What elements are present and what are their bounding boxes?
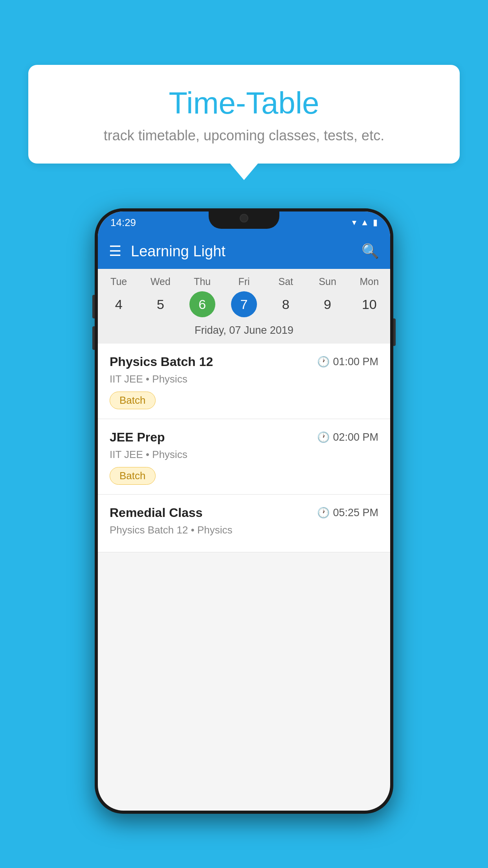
class-item[interactable]: Remedial Class🕐05:25 PMPhysics Batch 12 … (98, 495, 390, 552)
week-days-row: Tue4Wed5Thu6Fri7Sat8Sun9Mon10 (98, 269, 390, 320)
class-time: 🕐01:00 PM (317, 356, 378, 368)
status-icons: ▾ ▲ ▮ (352, 217, 378, 228)
class-name: Remedial Class (110, 506, 203, 520)
bubble-title: Time-Table (52, 86, 436, 120)
vol-down-button (92, 326, 95, 350)
class-item-header: Physics Batch 12🕐01:00 PM (110, 355, 378, 369)
day-number[interactable]: 6 (189, 291, 215, 317)
class-item[interactable]: Physics Batch 12🕐01:00 PMIIT JEE • Physi… (98, 344, 390, 419)
class-time: 🕐05:25 PM (317, 507, 378, 519)
selected-date-label: Friday, 07 June 2019 (98, 320, 390, 344)
signal-icon: ▲ (360, 217, 369, 228)
day-name: Tue (110, 276, 127, 287)
batch-tag: Batch (110, 467, 156, 485)
class-item-header: Remedial Class🕐05:25 PM (110, 506, 378, 520)
day-name: Sun (319, 276, 336, 287)
phone-notch (209, 208, 279, 229)
class-list: Physics Batch 12🕐01:00 PMIIT JEE • Physi… (98, 344, 390, 552)
wifi-icon: ▾ (352, 217, 356, 228)
class-time-value: 01:00 PM (333, 356, 378, 368)
class-meta: IIT JEE • Physics (110, 449, 378, 461)
day-col[interactable]: Tue4 (98, 276, 139, 317)
day-col[interactable]: Mon10 (349, 276, 390, 317)
day-number[interactable]: 9 (315, 291, 341, 317)
vol-up-button (92, 295, 95, 318)
phone-screen: 14:29 ▾ ▲ ▮ ☰ Learning Light 🔍 Tue4Wed5T… (98, 211, 390, 811)
battery-icon: ▮ (373, 217, 378, 228)
day-number[interactable]: 7 (231, 291, 257, 317)
day-number[interactable]: 8 (273, 291, 299, 317)
day-col[interactable]: Wed5 (139, 276, 181, 317)
app-bar: ☰ Learning Light 🔍 (98, 234, 390, 269)
day-name: Wed (150, 276, 171, 287)
speech-bubble-container: Time-Table track timetable, upcoming cla… (28, 65, 460, 164)
calendar-container: Tue4Wed5Thu6Fri7Sat8Sun9Mon10 Friday, 07… (98, 269, 390, 344)
bubble-subtitle: track timetable, upcoming classes, tests… (52, 127, 436, 144)
class-time-value: 05:25 PM (333, 507, 378, 519)
day-name: Sat (279, 276, 294, 287)
class-meta: Physics Batch 12 • Physics (110, 524, 378, 536)
day-name: Mon (360, 276, 379, 287)
class-name: JEE Prep (110, 430, 165, 445)
speech-bubble: Time-Table track timetable, upcoming cla… (28, 65, 460, 164)
day-col[interactable]: Thu6 (182, 276, 223, 317)
clock-icon: 🕐 (317, 356, 330, 368)
phone-wrapper: 14:29 ▾ ▲ ▮ ☰ Learning Light 🔍 Tue4Wed5T… (95, 208, 393, 814)
day-col[interactable]: Sat8 (265, 276, 306, 317)
clock-icon: 🕐 (317, 431, 330, 443)
class-time-value: 02:00 PM (333, 431, 378, 443)
hamburger-icon[interactable]: ☰ (109, 244, 121, 258)
day-name: Thu (194, 276, 211, 287)
power-button (393, 318, 396, 346)
phone-camera (240, 214, 248, 223)
day-number[interactable]: 4 (106, 291, 132, 317)
day-col[interactable]: Fri7 (223, 276, 265, 317)
class-name: Physics Batch 12 (110, 355, 213, 369)
class-meta: IIT JEE • Physics (110, 373, 378, 385)
day-name: Fri (238, 276, 250, 287)
clock-icon: 🕐 (317, 507, 330, 519)
app-title: Learning Light (131, 243, 352, 260)
day-number[interactable]: 5 (147, 291, 173, 317)
day-number[interactable]: 10 (356, 291, 382, 317)
class-time: 🕐02:00 PM (317, 431, 378, 443)
phone-outer: 14:29 ▾ ▲ ▮ ☰ Learning Light 🔍 Tue4Wed5T… (95, 208, 393, 814)
class-item[interactable]: JEE Prep🕐02:00 PMIIT JEE • PhysicsBatch (98, 419, 390, 495)
class-item-header: JEE Prep🕐02:00 PM (110, 430, 378, 445)
status-time: 14:29 (110, 217, 136, 229)
search-icon[interactable]: 🔍 (361, 243, 379, 259)
batch-tag: Batch (110, 392, 156, 409)
day-col[interactable]: Sun9 (306, 276, 348, 317)
